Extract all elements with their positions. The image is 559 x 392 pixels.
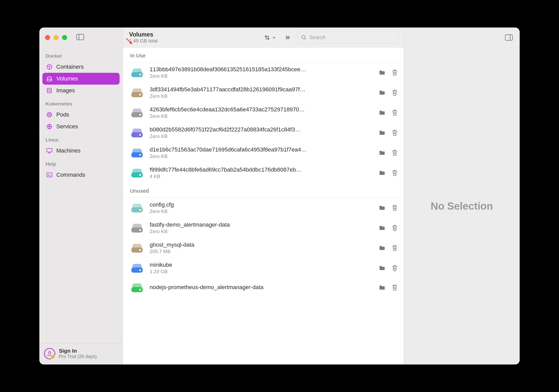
sidebar-item-machines[interactable]: Machines [42,145,120,157]
volume-row[interactable]: d1e1b6c751563ac70dae71695d6cafa6c4953f8e… [123,143,404,163]
delete-button[interactable] [392,90,398,96]
volume-row[interactable]: 3df3341494fb5e3ab471177aaccdfaf28b126196… [123,83,404,103]
volume-name: b080d2b5582d6f0751f22acf6d2f2227a08834fc… [150,126,374,133]
delete-button[interactable] [392,69,398,76]
sidebar-item-services[interactable]: Services [42,121,120,132]
volumes-list[interactable]: In Use 113bbb497e3891b08deaf306613525161… [123,48,404,364]
sidebar-item-label: Volumes [56,75,78,82]
reveal-in-finder-button[interactable] [379,205,385,210]
reveal-in-finder-button[interactable] [379,110,385,115]
volume-row[interactable]: minikube 1.29 GB [123,258,404,278]
delete-button[interactable] [392,245,398,251]
sidebar-right-icon [505,34,513,41]
volume-info: fastify-demo_alertmanager-data Zero KB [150,221,374,234]
svg-point-35 [139,269,141,271]
reveal-in-finder-button[interactable] [379,130,385,135]
close-window-button[interactable] [45,35,50,40]
reveal-in-finder-button[interactable] [379,70,385,75]
row-actions [379,225,398,231]
traffic-lights [45,35,67,40]
volume-icon [130,242,145,254]
sidebar-item-images[interactable]: Images [42,85,120,96]
delete-button[interactable] [392,225,398,231]
row-actions [379,110,398,116]
reveal-in-finder-button[interactable] [379,225,385,230]
search-icon [301,35,307,40]
volume-info: 3df3341494fb5e3ab471177aaccdfaf28b126196… [150,86,374,99]
delete-button[interactable] [392,265,398,271]
volume-icon [130,107,145,119]
row-actions [379,69,398,76]
volume-icon [130,67,145,78]
sidebar-item-commands[interactable]: Commands [42,169,120,181]
row-actions [379,130,398,136]
svg-point-14 [302,35,305,39]
detail-toolbar [404,28,520,48]
volume-row[interactable]: fastify-demo_alertmanager-data Zero KB [123,218,404,238]
minimize-window-button[interactable] [53,35,59,40]
sidebar-item-label: Images [56,87,75,94]
volume-name: f999dfc77fe44c8bfe6ad69cc7bab2a54bddbc17… [150,166,374,173]
volume-row[interactable]: b080d2b5582d6f0751f22acf6d2f2227a08834fc… [123,123,404,143]
volume-row[interactable]: 113bbb497e3891b08deaf3066135251615185a13… [123,63,404,83]
sort-icon [264,34,271,41]
volume-info: config.cfg Zero KB [150,201,374,214]
reveal-in-finder-button[interactable] [379,150,385,155]
section-label-docker: Docker [42,49,120,61]
toggle-sidebar-button[interactable] [76,34,84,41]
row-actions [379,265,398,271]
volume-row[interactable]: nodejs-prometheus-demo_alertmanager-data [123,278,404,297]
main: Volumes 1.49 GB total In Use [123,28,520,364]
sidebar-item-pods[interactable]: Pods [42,109,120,121]
sidebar-item-volumes[interactable]: Volumes [42,73,120,85]
delete-button[interactable] [392,150,398,156]
delete-button[interactable] [392,170,398,176]
no-selection-label: No Selection [431,200,493,212]
chevron-double-right-icon [284,34,291,41]
delete-button[interactable] [392,130,398,136]
reveal-in-finder-button[interactable] [379,170,385,175]
section-label-help: Help [42,157,120,169]
drive-icon [46,75,53,82]
volume-row[interactable]: f999dfc77fe44c8bfe6ad69cc7bab2a54bddbc17… [123,163,404,183]
overflow-button[interactable] [282,32,293,43]
delete-button[interactable] [392,110,398,116]
volume-row[interactable]: config.cfg Zero KB [123,198,404,218]
svg-rect-38 [505,35,512,40]
reveal-in-finder-button[interactable] [379,245,385,251]
section-label-kubernetes: Kubernetes [42,96,120,109]
row-actions [379,245,398,251]
volume-row[interactable]: ghost_mysql-data 205.7 MB [123,238,404,258]
volume-icon [130,222,145,234]
sidebar-account[interactable]: Sign In Pro Trial (26 days) [39,343,123,364]
row-actions [379,284,398,291]
volume-info: d1e1b6c751563ac70dae71695d6cafa6c4953f8e… [150,146,374,159]
delete-button[interactable] [392,284,398,291]
reveal-in-finder-button[interactable] [379,265,385,271]
app-window: Docker Containers Volumes Images Kube [39,28,520,364]
window-controls [39,28,123,48]
zoom-window-button[interactable] [62,35,67,40]
search-input[interactable] [309,34,395,40]
sidebar-item-label: Commands [56,172,85,178]
volume-icon [130,127,145,139]
toggle-detail-panel-button[interactable] [504,32,514,43]
row-actions [379,205,398,211]
chevron-down-icon [272,35,276,40]
row-actions [379,170,398,176]
svg-rect-0 [77,34,84,40]
group-header: In Use [123,48,404,63]
sidebar-item-containers[interactable]: Containers [42,61,120,73]
reveal-in-finder-button[interactable] [379,285,385,290]
reveal-in-finder-button[interactable] [379,90,385,95]
volume-info: f999dfc77fe44c8bfe6ad69cc7bab2a54bddbc17… [150,166,374,179]
row-actions [379,150,398,156]
volume-row[interactable]: 4263bfef6cb5ec6e4cdeaa132dc65a6e4733ac27… [123,103,404,123]
svg-point-7 [49,114,50,115]
sort-button[interactable] [262,32,278,43]
search-field[interactable] [297,32,399,43]
volume-size: Zero KB [150,229,374,234]
svg-rect-9 [47,148,52,152]
svg-line-15 [305,38,306,39]
delete-button[interactable] [392,205,398,211]
